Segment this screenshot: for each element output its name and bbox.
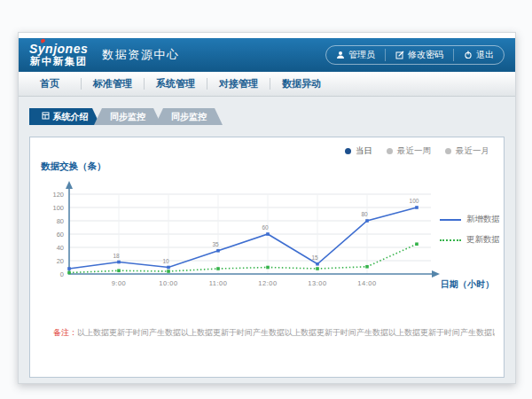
- svg-text:日期（小时）: 日期（小时）: [441, 279, 494, 289]
- legend-label: 新增数据: [466, 214, 500, 225]
- range-option-label: 最近一月: [456, 145, 489, 157]
- legend-item-new-data[interactable]: 新增数据: [440, 214, 500, 225]
- nav-item-data-change[interactable]: 数据异动: [270, 72, 332, 96]
- user-menu-button[interactable]: 管理员: [326, 49, 385, 61]
- svg-text:60: 60: [262, 224, 269, 231]
- svg-text:35: 35: [212, 241, 219, 247]
- svg-text:40: 40: [57, 244, 64, 252]
- user-label: 管理员: [348, 49, 375, 61]
- svg-text:0: 0: [60, 270, 64, 278]
- svg-text:100: 100: [52, 204, 64, 212]
- nav-item-system-mgmt[interactable]: 系统管理: [145, 72, 207, 96]
- svg-text:12:00: 12:00: [258, 279, 277, 287]
- svg-text:10:00: 10:00: [159, 279, 177, 287]
- line-chart: 0204060801001209:0010:0011:0012:0013:001…: [30, 164, 500, 299]
- radio-dot-icon: [345, 148, 351, 154]
- svg-text:10: 10: [162, 258, 169, 264]
- tab-system-intro[interactable]: 系统介绍: [29, 108, 100, 125]
- svg-text:11:00: 11:00: [209, 279, 228, 287]
- main-nav: 首页 标准管理 系统管理 对接管理 数据异动: [19, 72, 515, 97]
- blue-line-sample-icon: [440, 219, 461, 221]
- svg-text:60: 60: [57, 231, 64, 239]
- svg-text:80: 80: [361, 211, 368, 217]
- range-option-last-week[interactable]: 最近一周: [387, 145, 431, 157]
- svg-text:13:00: 13:00: [308, 279, 326, 287]
- svg-text:120: 120: [52, 191, 64, 199]
- range-option-label: 当日: [356, 145, 372, 157]
- logo-primary-text: Synjones: [29, 43, 88, 55]
- range-option-last-month[interactable]: 最近一月: [445, 145, 489, 157]
- content-area: 系统介绍 同步监控 同步监控 当日 最近一周: [19, 108, 515, 395]
- legend-item-updated-data[interactable]: 更新数据: [440, 234, 500, 246]
- grid-icon: [42, 112, 50, 121]
- nav-item-home[interactable]: 首页: [19, 72, 81, 96]
- pencil-icon: [395, 51, 404, 59]
- radio-dot-icon: [387, 148, 393, 154]
- footnote-label: 备注：: [53, 328, 77, 337]
- svg-text:80: 80: [57, 217, 64, 225]
- change-password-label: 修改密码: [408, 49, 443, 61]
- tab-sync-monitor-2[interactable]: 同步监控: [155, 108, 223, 125]
- radio-dot-icon: [445, 148, 451, 154]
- app-title: 数据资源中心: [102, 47, 179, 63]
- chart-panel: 当日 最近一周 最近一月 数据交换（条） 0204060801001209:00…: [29, 137, 505, 378]
- legend-label: 更新数据: [466, 234, 500, 246]
- chart-legend: 新增数据 更新数据: [440, 214, 500, 246]
- power-icon: [464, 51, 473, 59]
- company-logo[interactable]: Synjones 新中新集团: [29, 43, 88, 67]
- logout-label: 退出: [476, 49, 494, 61]
- svg-text:9:00: 9:00: [112, 279, 127, 287]
- tab-bar: 系统介绍 同步监控 同步监控: [29, 108, 515, 125]
- footnote-text: 以上数据更新于时间产生数据以上数据更新于时间产生数据以上数据更新于时间产生数据以…: [77, 328, 495, 337]
- range-option-label: 最近一周: [397, 145, 431, 157]
- time-range-options: 当日 最近一周 最近一月: [345, 145, 489, 157]
- svg-text:18: 18: [113, 253, 120, 259]
- app-window: Synjones 新中新集团 数据资源中心 管理员 修改密码 退出: [18, 32, 516, 384]
- tab-label: 同步监控: [110, 111, 145, 123]
- svg-text:15: 15: [311, 254, 318, 261]
- logout-button[interactable]: 退出: [453, 49, 504, 61]
- nav-item-standard-mgmt[interactable]: 标准管理: [82, 72, 144, 96]
- user-actions-pill: 管理员 修改密码 退出: [325, 45, 505, 65]
- range-option-today[interactable]: 当日: [345, 145, 372, 157]
- svg-text:100: 100: [410, 198, 419, 204]
- green-dotted-line-sample-icon: [440, 239, 461, 241]
- footnote: 备注：以上数据更新于时间产生数据以上数据更新于时间产生数据以上数据更新于时间产生…: [53, 327, 495, 339]
- tab-label: 系统介绍: [53, 111, 89, 123]
- person-icon: [336, 51, 345, 59]
- tab-label: 同步监控: [171, 111, 207, 123]
- svg-text:20: 20: [57, 257, 64, 265]
- logo-secondary-text: 新中新集团: [30, 57, 88, 67]
- header-bar: Synjones 新中新集团 数据资源中心 管理员 修改密码 退出: [19, 38, 515, 72]
- change-password-button[interactable]: 修改密码: [385, 49, 453, 61]
- nav-item-interface-mgmt[interactable]: 对接管理: [207, 72, 270, 96]
- tab-sync-monitor-1[interactable]: 同步监控: [94, 108, 161, 125]
- svg-text:14:00: 14:00: [357, 279, 376, 287]
